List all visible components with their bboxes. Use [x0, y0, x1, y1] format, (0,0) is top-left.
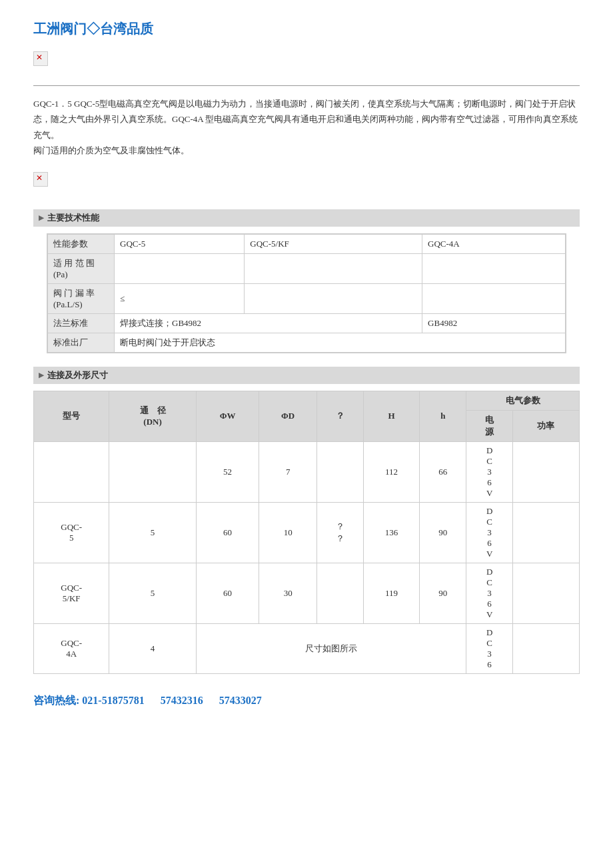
col-dn: 通 径(DN)	[109, 391, 196, 441]
tech-flange-gqc5: 焊接式连接；GB4982	[115, 313, 422, 333]
tech-param-range: 适 用 范 围(Pa)	[48, 253, 115, 283]
cell-h-3: 119	[363, 563, 420, 623]
table-row: 法兰标准 焊接式连接；GB4982 GB4982	[48, 313, 566, 333]
tech-table-wrap: 性能参数 GQC-5 GQC-5/KF GQC-4A 适 用 范 围(Pa) 阀…	[47, 233, 566, 353]
table-row: 适 用 范 围(Pa)	[48, 253, 566, 283]
cell-powersrc-3: DC36V	[466, 563, 513, 623]
cell-hh-2: 90	[420, 502, 466, 563]
product-image-2	[33, 172, 48, 187]
hotline-label: 咨询热线:	[33, 695, 79, 706]
cell-h-2: 136	[363, 502, 420, 563]
col-h: H	[363, 391, 420, 441]
cell-phid-2: 10	[259, 502, 316, 563]
product-description: GQC-1．5 GQC-5型电磁高真空充气阀是以电磁力为动力，当接通电源时，阀门…	[33, 96, 580, 159]
size-table-row: GQC-5/KF 5 60 30 119 90 DC36V	[34, 563, 580, 623]
size-table-header-row: 型号 通 径(DN) ΦW ΦD ？ H h 电气参数	[34, 391, 580, 410]
cell-phiw-2: 60	[196, 502, 259, 563]
hotline-section: 咨询热线: 021-51875781 57432316 57433027	[33, 694, 580, 708]
cell-dn-2: 5	[109, 502, 196, 563]
cell-powerw-3	[512, 563, 579, 623]
tech-default-state: 断电时阀门处于开启状态	[115, 333, 566, 352]
cell-phiw-1: 52	[196, 441, 259, 502]
cell-q-2: ？？	[316, 502, 363, 563]
tech-gqc5-header: GQC-5	[115, 234, 245, 253]
cell-powersrc-1: DC36V	[466, 441, 513, 502]
size-table-row: GQC-5 5 60 10 ？？ 136 90 DC36V	[34, 502, 580, 563]
col-hh: h	[420, 391, 466, 441]
size-table-wrap: 型号 通 径(DN) ΦW ΦD ？ H h 电气参数 电源 功率 52 7	[33, 391, 580, 674]
table-row: 标准出厂 断电时阀门处于开启状态	[48, 333, 566, 352]
tech-table: 性能参数 GQC-5 GQC-5/KF GQC-4A 适 用 范 围(Pa) 阀…	[47, 234, 566, 353]
table-row: 性能参数 GQC-5 GQC-5/KF GQC-4A	[48, 234, 566, 253]
cell-powerw-2	[512, 502, 579, 563]
cell-q-1	[316, 441, 363, 502]
cell-phid-1: 7	[259, 441, 316, 502]
cell-q-3	[316, 563, 363, 623]
tech-range-gqc5kf	[245, 253, 422, 283]
col-model: 型号	[34, 391, 109, 441]
page-title: 工洲阀门◇台湾品质	[33, 20, 580, 38]
cell-model-3: GQC-5/KF	[34, 563, 109, 623]
cell-powerw-4	[512, 623, 579, 673]
col-phid: ΦD	[259, 391, 316, 441]
cell-phid-3: 30	[259, 563, 316, 623]
size-table: 型号 通 径(DN) ΦW ΦD ？ H h 电气参数 电源 功率 52 7	[33, 391, 580, 674]
cell-model-4: GQC-4A	[34, 623, 109, 673]
table-row: 阀 门 漏 率(Pa.L/S) ≤	[48, 283, 566, 313]
tech-flange-gqc4a: GB4982	[422, 313, 566, 333]
tech-param-leakrate: 阀 门 漏 率(Pa.L/S)	[48, 283, 115, 313]
col-q: ？	[316, 391, 363, 441]
section-dimensions-label: 连接及外形尺寸	[47, 369, 108, 381]
cell-model-2: GQC-5	[34, 502, 109, 563]
cell-phiw-4: 尺寸如图所示	[196, 623, 466, 673]
tech-leakrate-gqc5kf	[245, 283, 422, 313]
desc-para1: GQC-1．5 GQC-5型电磁高真空充气阀是以电磁力为动力，当接通电源时，阀门…	[33, 96, 580, 143]
section-dimensions-header: 连接及外形尺寸	[33, 367, 580, 384]
col-power-src: 电源	[466, 410, 513, 441]
tech-param-label: 性能参数	[48, 234, 115, 253]
tech-gqc5kf-header: GQC-5/KF	[245, 234, 422, 253]
col-electric-group: 电气参数	[466, 391, 580, 410]
desc-para2: 阀门适用的介质为空气及非腐蚀性气体。	[33, 143, 580, 158]
cell-hh-1: 66	[420, 441, 466, 502]
tech-param-flange: 法兰标准	[48, 313, 115, 333]
tech-leakrate-gqc4a	[422, 283, 566, 313]
cell-dn-1	[109, 441, 196, 502]
hotline-number-2: 57432316	[161, 695, 203, 706]
cell-dn-4: 4	[109, 623, 196, 673]
cell-hh-3: 90	[420, 563, 466, 623]
cell-powersrc-4: DC36	[466, 623, 513, 673]
col-phiw: ΦW	[196, 391, 259, 441]
size-table-row: 52 7 112 66 DC36V	[34, 441, 580, 502]
tech-param-default: 标准出厂	[48, 333, 115, 352]
cell-powersrc-2: DC36V	[466, 502, 513, 563]
cell-h-1: 112	[363, 441, 420, 502]
cell-powerw-1	[512, 441, 579, 502]
section-tech-label: 主要技术性能	[47, 212, 99, 224]
cell-dn-3: 5	[109, 563, 196, 623]
divider-1	[33, 85, 580, 86]
size-table-row: GQC-4A 4 尺寸如图所示 DC36	[34, 623, 580, 673]
section-tech-header: 主要技术性能	[33, 209, 580, 227]
col-power-w: 功率	[512, 410, 579, 441]
hotline-number-3: 57433027	[219, 695, 262, 706]
tech-range-gqc4a	[422, 253, 566, 283]
tech-range-gqc5	[115, 253, 245, 283]
cell-phiw-3: 60	[196, 563, 259, 623]
tech-gqc4a-header: GQC-4A	[422, 234, 566, 253]
product-image-1	[33, 51, 48, 66]
cell-model-1	[34, 441, 109, 502]
tech-leakrate-gqc5: ≤	[115, 283, 245, 313]
hotline-number-1: 021-51875781	[82, 695, 144, 706]
